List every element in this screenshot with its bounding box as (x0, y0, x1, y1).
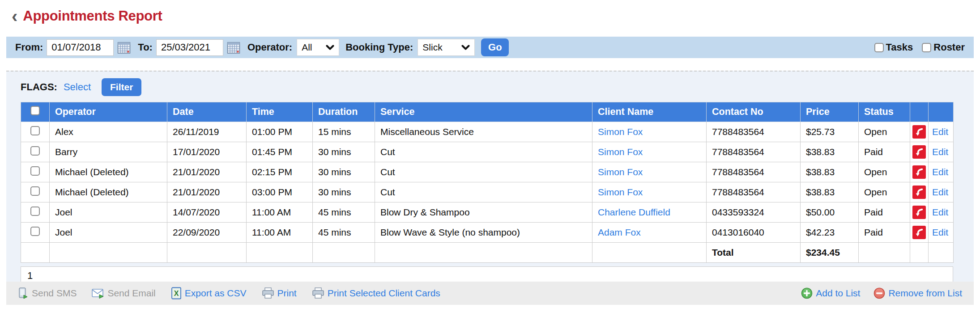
duration-cell: 15 mins (313, 122, 375, 142)
header-status: Status (859, 102, 910, 122)
row-checkbox[interactable] (30, 166, 40, 176)
service-cell: Blow Dry & Shampoo (375, 202, 592, 223)
filter-button[interactable]: Filter (102, 78, 141, 96)
flag-cell (910, 122, 929, 142)
status-cell: Open (859, 162, 910, 182)
client-name-cell: Simon Fox (592, 122, 707, 142)
duration-cell: 30 mins (313, 162, 375, 182)
chevron-down-icon (461, 45, 470, 51)
flag-icon[interactable] (912, 165, 926, 179)
row-select-cell (21, 142, 50, 162)
send-email-label: Send Email (107, 288, 155, 299)
flags-select-link[interactable]: Select (64, 81, 91, 93)
booking-type-select[interactable]: Slick (418, 39, 475, 56)
row-select-cell (21, 202, 50, 223)
add-to-list-button[interactable]: Add to List (801, 287, 860, 299)
client-name-cell: Simon Fox (592, 182, 707, 202)
flag-icon[interactable] (912, 226, 926, 239)
row-checkbox[interactable] (30, 146, 40, 156)
select-all-checkbox[interactable] (30, 106, 40, 115)
edit-link[interactable]: Edit (932, 147, 948, 157)
page-title: Appointments Report (23, 8, 162, 24)
total-value: $234.45 (801, 243, 859, 263)
send-sms-button[interactable]: Send SMS (18, 287, 77, 299)
print-button[interactable]: Print (262, 287, 297, 299)
filter-bar: From: 01/07/2018 To: 25/03/2021 Operator… (6, 37, 974, 58)
back-chevron-icon[interactable]: ‹ (12, 9, 17, 23)
price-cell: $38.83 (801, 182, 859, 202)
roster-checkbox-group[interactable]: Roster (922, 42, 965, 53)
flag-icon[interactable] (912, 125, 926, 139)
row-checkbox[interactable] (30, 126, 40, 135)
to-calendar-icon[interactable] (227, 41, 240, 54)
edit-cell: Edit (929, 223, 954, 243)
date-cell: 21/01/2020 (167, 182, 247, 202)
operator-label: Operator: (247, 42, 292, 53)
date-cell: 14/07/2020 (167, 202, 247, 223)
edit-link[interactable]: Edit (932, 167, 948, 177)
row-checkbox[interactable] (30, 186, 40, 196)
client-name-link[interactable]: Simon Fox (598, 167, 643, 177)
total-empty-cell (167, 243, 247, 263)
flags-label: FLAGS: (21, 81, 57, 93)
total-empty-cell (247, 243, 313, 263)
edit-link[interactable]: Edit (932, 227, 948, 237)
contact-no-cell: 7788483564 (707, 162, 801, 182)
appointments-tbody: Alex26/11/201901:00 PM15 minsMiscellaneo… (21, 122, 954, 243)
client-name-link[interactable]: Simon Fox (598, 147, 643, 157)
total-label: Total (707, 243, 801, 263)
row-select-cell (21, 122, 50, 142)
total-empty-cell (929, 243, 954, 263)
price-cell: $38.83 (801, 142, 859, 162)
client-name-link[interactable]: Charlene Duffield (598, 207, 670, 217)
header-flag-spacer (910, 102, 929, 122)
edit-link[interactable]: Edit (932, 187, 948, 197)
go-button[interactable]: Go (481, 38, 509, 56)
service-cell: Cut (375, 162, 592, 182)
tasks-checkbox-group[interactable]: Tasks (874, 42, 913, 53)
edit-link[interactable]: Edit (932, 126, 948, 137)
export-csv-label: Export as CSV (185, 288, 247, 299)
header-edit-spacer (929, 102, 954, 122)
duration-cell: 30 mins (313, 142, 375, 162)
flag-icon[interactable] (912, 145, 926, 159)
remove-from-list-button[interactable]: Remove from List (873, 287, 962, 299)
row-checkbox[interactable] (30, 207, 40, 216)
appointments-table: Operator Date Time Duration Service Clie… (21, 102, 954, 263)
service-cell: Miscellaneous Service (375, 122, 592, 142)
roster-checkbox[interactable] (922, 43, 931, 52)
operator-cell: Joel (50, 202, 167, 223)
flag-icon[interactable] (912, 186, 926, 199)
price-cell: $50.00 (801, 202, 859, 223)
total-empty-cell (50, 243, 167, 263)
footer-toolbar: Send SMS Send Email X Export as CSV Prin… (6, 282, 974, 305)
total-row: Total $234.45 (21, 243, 954, 263)
time-cell: 11:00 AM (247, 223, 313, 243)
operator-select[interactable]: All (297, 39, 339, 56)
add-to-list-label: Add to List (816, 288, 860, 299)
print-client-cards-button[interactable]: Print Selected Client Cards (312, 287, 440, 299)
duration-cell: 45 mins (313, 223, 375, 243)
row-checkbox[interactable] (30, 227, 40, 236)
client-name-link[interactable]: Simon Fox (598, 126, 643, 137)
tasks-checkbox[interactable] (874, 43, 884, 52)
from-date-input[interactable]: 01/07/2018 (47, 39, 114, 56)
duration-cell: 45 mins (313, 202, 375, 223)
total-empty-cell (592, 243, 707, 263)
table-header-row: Operator Date Time Duration Service Clie… (21, 102, 954, 122)
page-number[interactable]: 1 (27, 270, 33, 282)
to-date-input[interactable]: 25/03/2021 (156, 39, 223, 56)
export-csv-button[interactable]: X Export as CSV (171, 287, 247, 299)
date-cell: 21/01/2020 (167, 162, 247, 182)
total-empty-cell (375, 243, 592, 263)
header-date: Date (167, 102, 247, 122)
client-name-link[interactable]: Adam Fox (598, 227, 641, 237)
client-name-link[interactable]: Simon Fox (598, 187, 643, 197)
flag-icon[interactable] (912, 206, 926, 219)
send-email-button[interactable]: Send Email (92, 288, 155, 299)
edit-cell: Edit (929, 202, 954, 223)
edit-link[interactable]: Edit (932, 207, 948, 217)
from-calendar-icon[interactable] (117, 41, 131, 54)
price-cell: $25.73 (801, 122, 859, 142)
table-row: Michael (Deleted)21/01/202002:15 PM30 mi… (21, 162, 954, 182)
